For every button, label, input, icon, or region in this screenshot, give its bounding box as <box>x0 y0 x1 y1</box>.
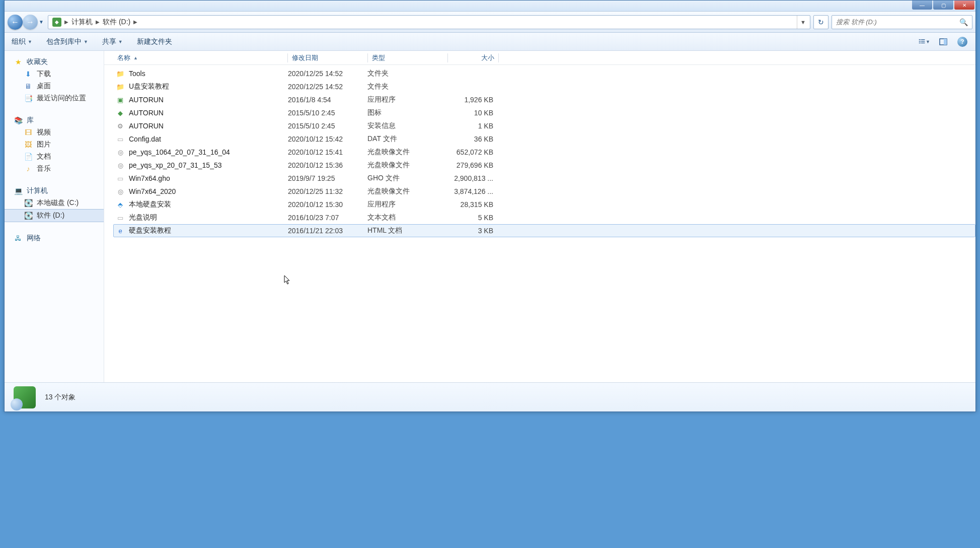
file-name: 光盘说明 <box>129 213 157 222</box>
search-input[interactable] <box>836 18 959 26</box>
video-icon: 🎞 <box>24 128 33 137</box>
sidebar-item-label: 本地磁盘 (C:) <box>37 198 79 208</box>
file-rows[interactable]: 📁Tools2020/12/25 14:52文件夹📁U盘安装教程2020/12/… <box>104 65 975 382</box>
html-icon: e <box>116 226 125 235</box>
history-dropdown[interactable]: ▼ <box>38 15 45 30</box>
chevron-right-icon[interactable]: ▶ <box>133 19 137 25</box>
help-button[interactable]: ? <box>956 36 968 48</box>
file-row[interactable]: ▣AUTORUN2016/1/8 4:54应用程序1,926 KB <box>113 93 975 106</box>
iso-icon: ◎ <box>116 187 125 196</box>
column-label: 名称 <box>117 53 130 62</box>
sidebar-head-favorites[interactable]: ★ 收藏夹 <box>5 56 104 68</box>
star-icon: ★ <box>14 57 23 66</box>
file-row[interactable]: ▭Config.dat2020/10/12 15:42DAT 文件36 KB <box>113 132 975 146</box>
preview-pane-button[interactable] <box>937 36 949 48</box>
column-header-name[interactable]: 名称 ▲ <box>113 53 287 62</box>
minimize-button[interactable]: — <box>912 1 932 10</box>
file-name-cell: ◎pe_yqs_xp_20_07_31_15_53 <box>114 161 288 170</box>
back-button[interactable]: ← <box>8 15 23 30</box>
view-mode-button[interactable]: ▼ <box>918 36 930 48</box>
sort-asc-icon: ▲ <box>133 55 138 60</box>
sidebar-item-desktop[interactable]: 🖥 桌面 <box>5 80 104 92</box>
include-library-label: 包含到库中 <box>46 37 82 46</box>
file-row[interactable]: e硬盘安装教程2016/11/21 22:03HTML 文档3 KB <box>113 224 975 237</box>
sidebar-item-pictures[interactable]: 🖼 图片 <box>5 139 104 151</box>
file-name: AUTORUN <box>129 96 164 104</box>
sidebar-item-documents[interactable]: 📄 文档 <box>5 151 104 163</box>
sidebar-head-libraries[interactable]: 📚 库 <box>5 114 104 126</box>
titlebar[interactable]: — ▢ ✕ <box>5 1 975 12</box>
maximize-button[interactable]: ▢ <box>933 1 953 10</box>
sidebar-head-network[interactable]: 🖧 网络 <box>5 232 104 244</box>
close-button[interactable]: ✕ <box>954 1 974 10</box>
file-type: DAT 文件 <box>367 134 447 144</box>
sidebar-head-label: 计算机 <box>27 186 48 195</box>
include-library-menu[interactable]: 包含到库中 ▼ <box>46 37 88 46</box>
sidebar-item-music[interactable]: ♪ 音乐 <box>5 163 104 175</box>
breadcrumb-root[interactable]: ◆ <box>49 16 64 29</box>
column-header-type[interactable]: 类型 <box>368 53 447 62</box>
window-controls: — ▢ ✕ <box>912 1 975 10</box>
sidebar-head-computer[interactable]: 💻 计算机 <box>5 185 104 197</box>
sidebar-item-drive-d[interactable]: 💽 软件 (D:) <box>5 209 104 222</box>
iso-icon: ◎ <box>116 161 125 170</box>
file-date: 2020/10/12 15:41 <box>288 148 367 156</box>
column-header-date[interactable]: 修改日期 <box>288 53 367 62</box>
file-name-cell: ⚙AUTORUN <box>114 121 288 130</box>
nav-arrows: ← → ▼ <box>8 15 45 30</box>
chevron-right-icon[interactable]: ▶ <box>96 19 100 25</box>
drive-icon: ◆ <box>52 18 61 27</box>
forward-button[interactable]: → <box>23 15 38 30</box>
address-dropdown[interactable]: ▼ <box>797 16 809 29</box>
sidebar-item-drive-c[interactable]: 💽 本地磁盘 (C:) <box>5 197 104 209</box>
share-label: 共享 <box>102 37 116 46</box>
address-bar[interactable]: ◆ ▶ 计算机 ▶ 软件 (D:) ▶ ▼ <box>48 15 810 29</box>
document-icon: 📄 <box>24 152 33 161</box>
file-name: Config.dat <box>129 135 161 143</box>
file-size: 652,072 KB <box>447 148 497 156</box>
file-name: Win7x64.gho <box>129 174 170 182</box>
file-row[interactable]: ◎pe_yqs_xp_20_07_31_15_532020/10/12 15:3… <box>113 159 975 172</box>
file-date: 2020/12/25 14:52 <box>288 70 367 78</box>
file-date: 2016/1/8 4:54 <box>288 96 367 104</box>
explorer-body: ★ 收藏夹 ⬇ 下载 🖥 桌面 📑 最近访问的位置 📚 <box>5 51 975 382</box>
file-row[interactable]: ▭光盘说明2016/10/23 7:07文本文档5 KB <box>113 211 975 224</box>
drive-icon: 💽 <box>24 211 33 220</box>
file-date: 2016/10/23 7:07 <box>288 214 367 222</box>
file-name-cell: 📁U盘安装教程 <box>114 82 288 91</box>
file-row[interactable]: ⚙AUTORUN2015/5/10 2:45安装信息1 KB <box>113 119 975 132</box>
breadcrumb-computer[interactable]: 计算机 <box>68 16 96 29</box>
chevron-right-icon[interactable]: ▶ <box>64 19 68 25</box>
file-row[interactable]: ◎Win7x64_20202020/12/25 11:32光盘映像文件3,874… <box>113 185 975 198</box>
file-row[interactable]: ◆AUTORUN2015/5/10 2:45图标10 KB <box>113 106 975 119</box>
file-type: HTML 文档 <box>367 226 447 235</box>
file-size: 1,926 KB <box>447 96 497 104</box>
sidebar-item-videos[interactable]: 🎞 视频 <box>5 126 104 139</box>
iso-icon: ◎ <box>116 148 125 157</box>
file-row[interactable]: ◎pe_yqs_1064_20_07_31_16_042020/10/12 15… <box>113 146 975 159</box>
file-row[interactable]: ⬘本地硬盘安装2020/10/12 15:30应用程序28,315 KB <box>113 198 975 211</box>
share-menu[interactable]: 共享 ▼ <box>102 37 123 46</box>
new-folder-button[interactable]: 新建文件夹 <box>137 37 172 46</box>
column-header-size[interactable]: 大小 <box>448 53 498 62</box>
column-separator[interactable] <box>498 53 499 62</box>
breadcrumb-drive[interactable]: 软件 (D:) <box>100 16 133 29</box>
organize-menu[interactable]: 组织 ▼ <box>12 37 32 46</box>
search-icon[interactable]: 🔍 <box>959 18 968 26</box>
file-row[interactable]: 📁U盘安装教程2020/12/25 14:52文件夹 <box>113 80 975 93</box>
file-type: 安装信息 <box>367 121 447 130</box>
file-date: 2020/12/25 14:52 <box>288 83 367 91</box>
file-row[interactable]: ▭Win7x64.gho2019/9/7 19:25GHO 文件2,900,81… <box>113 172 975 185</box>
network-icon: 🖧 <box>14 234 23 243</box>
desktop-icon: 🖥 <box>24 82 33 91</box>
file-type: 应用程序 <box>367 200 447 209</box>
search-box[interactable]: 🔍 <box>832 15 972 29</box>
chevron-down-icon: ▼ <box>118 39 123 44</box>
svg-rect-5 <box>921 42 925 43</box>
sidebar-item-downloads[interactable]: ⬇ 下载 <box>5 68 104 80</box>
sidebar-item-recent[interactable]: 📑 最近访问的位置 <box>5 92 104 104</box>
sidebar-item-label: 文档 <box>37 152 51 161</box>
file-size: 36 KB <box>447 135 497 143</box>
file-row[interactable]: 📁Tools2020/12/25 14:52文件夹 <box>113 67 975 80</box>
refresh-button[interactable]: ↻ <box>813 15 828 29</box>
